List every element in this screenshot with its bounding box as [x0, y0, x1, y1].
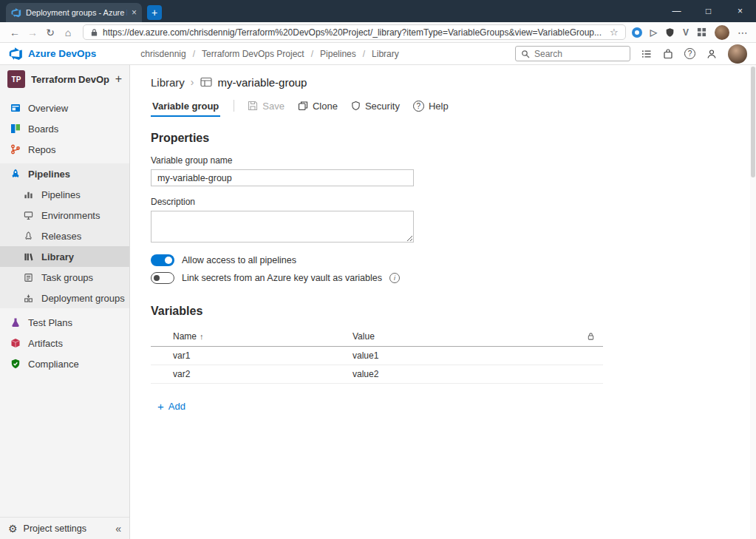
favorite-star-icon[interactable]: ☆	[610, 27, 619, 38]
collections-icon[interactable]	[697, 27, 706, 37]
sidebar-item-artifacts[interactable]: Artifacts	[0, 333, 129, 353]
link-keyvault-toggle[interactable]	[151, 272, 174, 284]
description-field-label: Description	[151, 197, 756, 207]
sidebar-item-compliance[interactable]: Compliance	[0, 353, 129, 374]
info-icon[interactable]: i	[389, 273, 400, 283]
minimize-button[interactable]: —	[661, 0, 692, 22]
breadcrumb-pipelines[interactable]: Pipelines	[320, 49, 356, 59]
sidebar-item-test-plans[interactable]: Test Plans	[0, 312, 129, 333]
back-icon[interactable]: ←	[6, 27, 24, 38]
breadcrumb-project[interactable]: Terraform DevOps Project	[202, 49, 304, 59]
save-button[interactable]: Save	[248, 101, 285, 112]
chevron-right-icon: ›	[191, 76, 194, 88]
sidebar-item-label: Overview	[28, 103, 68, 114]
environments-icon	[23, 211, 34, 220]
sidebar-item-pipelines[interactable]: Pipelines	[0, 163, 129, 184]
table-row[interactable]: var1 value1	[151, 347, 603, 365]
extension-shield-icon[interactable]	[665, 27, 675, 38]
scrollbar-thumb[interactable]	[751, 67, 755, 177]
add-variable-button[interactable]: + Add	[157, 400, 185, 413]
allow-access-toggle[interactable]	[151, 254, 174, 266]
variable-value-cell[interactable]: value1	[353, 350, 578, 361]
browser-menu-icon[interactable]: ⋯	[738, 27, 749, 38]
browser-addressbar: ← → ↻ ⌂ https://dev.azure.com/chrisdenni…	[0, 22, 756, 43]
plus-icon: +	[157, 400, 164, 413]
sidebar-item-deployment-groups[interactable]: Deployment groups	[0, 288, 129, 308]
maximize-button[interactable]: □	[692, 0, 724, 22]
artifacts-icon	[10, 338, 21, 348]
properties-heading: Properties	[151, 132, 756, 145]
column-header-value[interactable]: Value	[353, 331, 578, 342]
sidebar-item-label: Test Plans	[28, 317, 72, 328]
tab-close-icon[interactable]: ×	[132, 7, 137, 18]
marketplace-bag-icon[interactable]	[663, 49, 673, 59]
extension-play-icon[interactable]: ▷	[650, 27, 657, 38]
browser-tab[interactable]: Deployment groups - Azure Dev ×	[6, 3, 142, 22]
sidebar-item-overview[interactable]: Overview	[0, 98, 129, 118]
tab-variable-group[interactable]: Variable group	[151, 94, 220, 118]
help-icon[interactable]: ?	[684, 48, 695, 59]
pipelines-icon	[10, 169, 21, 179]
browser-titlebar: Deployment groups - Azure Dev × + — □ ×	[0, 0, 756, 22]
search-box[interactable]	[515, 46, 630, 61]
breadcrumb-org[interactable]: chrisdennig	[140, 49, 185, 59]
sidebar-item-boards[interactable]: Boards	[0, 118, 129, 139]
sidebar-item-task-groups[interactable]: Task groups	[0, 267, 129, 288]
azure-devops-favicon	[11, 7, 21, 18]
close-button[interactable]: ×	[724, 0, 756, 22]
releases-icon	[23, 231, 34, 241]
security-button[interactable]: Security	[351, 101, 400, 112]
sidebar-item-pipelines-sub[interactable]: Pipelines	[0, 184, 129, 205]
forward-icon[interactable]: →	[24, 27, 41, 38]
extension-a-icon[interactable]	[632, 27, 642, 38]
scrollbar[interactable]	[750, 65, 756, 539]
compliance-icon	[10, 359, 21, 369]
boards-icon	[10, 123, 21, 134]
table-row[interactable]: var2 value2	[151, 365, 603, 384]
variable-group-icon	[200, 77, 212, 87]
project-avatar: TP	[7, 70, 25, 88]
refresh-icon[interactable]: ↻	[41, 27, 59, 38]
variable-name-cell[interactable]: var1	[151, 350, 353, 361]
description-textarea[interactable]	[151, 211, 414, 243]
user-avatar[interactable]	[728, 44, 747, 64]
gear-icon: ⚙	[8, 523, 18, 535]
overview-icon	[10, 103, 21, 113]
brand-link[interactable]: Azure DevOps	[28, 48, 96, 59]
variables-table-header: Name ↑ Value	[151, 327, 603, 347]
deployment-groups-icon	[23, 294, 34, 303]
azure-devops-logo[interactable]	[9, 47, 23, 61]
help-button[interactable]: ? Help	[413, 101, 449, 112]
collapse-sidebar-icon[interactable]: «	[115, 523, 121, 535]
help-label: Help	[429, 101, 449, 112]
browser-profile-avatar[interactable]	[715, 25, 729, 40]
variable-group-name-input[interactable]	[151, 169, 414, 186]
library-breadcrumb-link[interactable]: Library	[151, 76, 185, 89]
home-icon[interactable]: ⌂	[59, 27, 77, 38]
clone-button[interactable]: Clone	[298, 101, 338, 112]
user-settings-icon[interactable]	[706, 49, 717, 59]
sidebar-item-repos[interactable]: Repos	[0, 139, 129, 160]
sidebar-item-label: Compliance	[28, 359, 79, 370]
variable-value-cell[interactable]: value2	[353, 369, 578, 379]
url-bar[interactable]: https://dev.azure.com/chrisdennig/Terraf…	[83, 24, 626, 40]
sidebar-item-library[interactable]: Library	[0, 246, 129, 267]
search-input[interactable]	[534, 49, 624, 59]
toolbar-divider	[234, 100, 234, 112]
add-label: Add	[168, 401, 185, 412]
breadcrumb-library[interactable]: Library	[372, 49, 399, 59]
sidebar-item-releases[interactable]: Releases	[0, 226, 129, 246]
column-header-name[interactable]: Name	[173, 331, 197, 342]
sidebar-item-environments[interactable]: Environments	[0, 205, 129, 226]
project-settings-button[interactable]: ⚙ Project settings «	[0, 517, 129, 539]
help-circle-icon: ?	[413, 101, 424, 112]
new-tab-button[interactable]: +	[147, 5, 162, 20]
extension-v-icon[interactable]: V	[683, 27, 689, 38]
save-label: Save	[262, 101, 285, 112]
variable-name-cell[interactable]: var2	[151, 369, 353, 379]
project-switcher[interactable]: TP Terraform DevOps Proj... +	[0, 65, 129, 93]
command-bar: Variable group Save Clone Security ? Hel…	[151, 93, 756, 118]
add-project-icon[interactable]: +	[115, 72, 122, 86]
list-icon[interactable]	[641, 49, 652, 59]
sidebar-item-label: Repos	[28, 144, 56, 155]
